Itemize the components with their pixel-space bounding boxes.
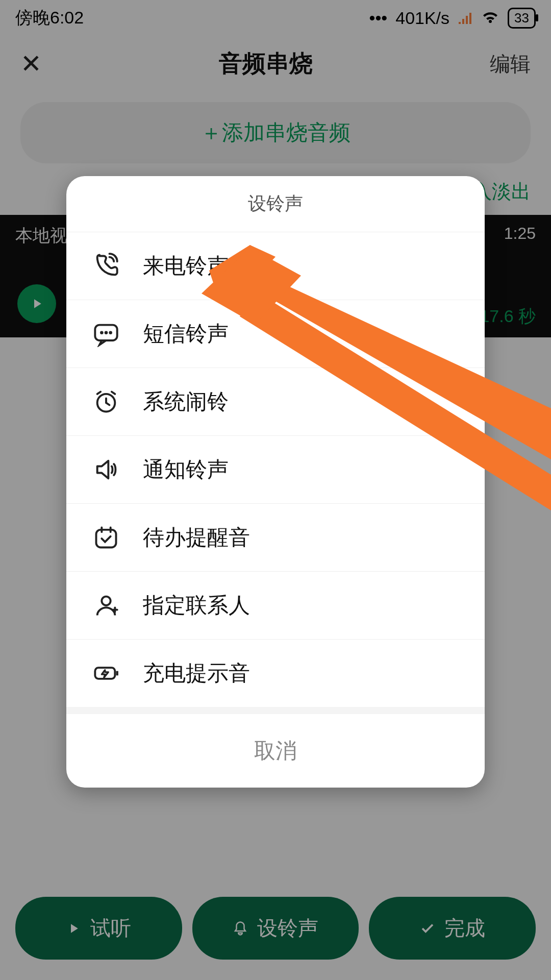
modal-item-alarm-ringtone[interactable]: 系统闹铃 [66, 368, 485, 435]
calendar-check-icon [92, 523, 120, 552]
modal-item-label: 系统闹铃 [143, 387, 229, 416]
svg-rect-5 [96, 530, 116, 548]
phone-icon [92, 252, 120, 280]
modal-item-label: 来电铃声 [143, 252, 229, 280]
modal-item-label: 指定联系人 [143, 591, 250, 620]
svg-point-6 [102, 597, 110, 605]
modal-item-label: 待办提醒音 [143, 523, 250, 552]
modal-item-assign-contact[interactable]: 指定联系人 [66, 571, 485, 639]
svg-point-1 [100, 331, 104, 335]
modal-item-notification-ringtone[interactable]: 通知铃声 [66, 435, 485, 503]
speaker-icon [92, 455, 120, 484]
svg-point-2 [105, 331, 108, 335]
modal-item-label: 通知铃声 [143, 455, 229, 484]
modal-title: 设铃声 [66, 176, 485, 232]
modal-item-label: 充电提示音 [143, 659, 250, 688]
battery-charge-icon [92, 659, 120, 688]
contact-icon [92, 591, 120, 620]
message-icon [92, 320, 120, 348]
modal-item-charging-sound[interactable]: 充电提示音 [66, 639, 485, 707]
modal-item-todo-reminder[interactable]: 待办提醒音 [66, 503, 485, 571]
svg-rect-8 [116, 671, 118, 676]
ringtone-modal: 设铃声 来电铃声 短信铃声 系统闹铃 通知铃声 待办提醒音 指定联系人 [66, 176, 485, 788]
svg-point-3 [109, 331, 112, 335]
alarm-icon [92, 387, 120, 416]
modal-item-label: 短信铃声 [143, 320, 229, 348]
modal-item-call-ringtone[interactable]: 来电铃声 [66, 232, 485, 300]
modal-item-sms-ringtone[interactable]: 短信铃声 [66, 300, 485, 368]
modal-cancel-button[interactable]: 取消 [66, 707, 485, 788]
